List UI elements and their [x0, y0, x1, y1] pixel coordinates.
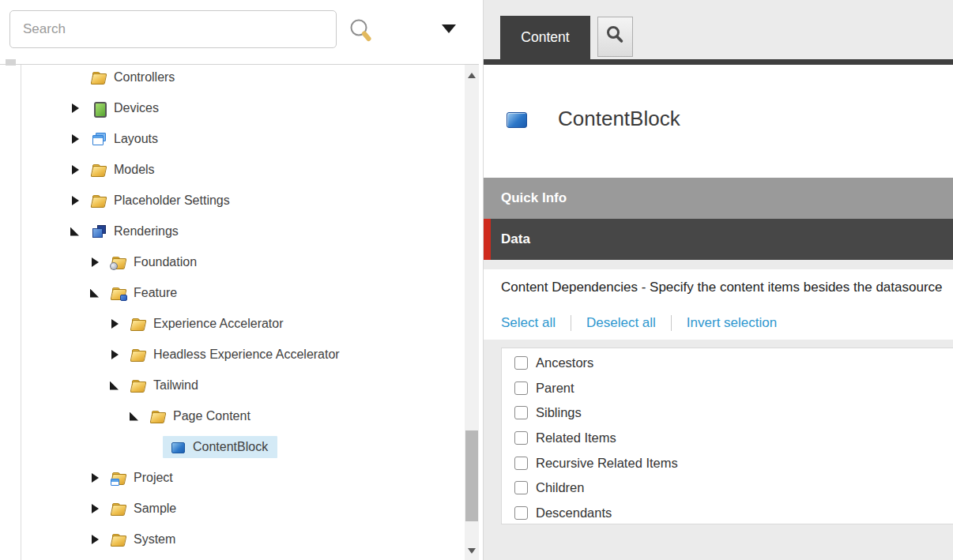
- tree-item-feature[interactable]: Feature: [0, 277, 465, 308]
- tree-item-label: Feature: [134, 286, 177, 300]
- tree-item-target[interactable]: Sample: [104, 498, 186, 520]
- folder-icon: [151, 410, 165, 423]
- checklist-option-related-items[interactable]: Related Items: [514, 426, 953, 451]
- tree-item-target[interactable]: System: [104, 528, 185, 551]
- contentblock-icon: [171, 441, 185, 453]
- item-title-block: ContentBlock: [484, 65, 953, 178]
- checklist-option-descendants[interactable]: Descendants: [514, 501, 953, 524]
- scrollbar-thumb[interactable]: [465, 430, 478, 521]
- checkbox-label: Recursive Related Items: [536, 456, 678, 471]
- folder-icon: [92, 71, 106, 84]
- folder-feature-icon: [111, 287, 126, 299]
- tree-item-project[interactable]: Project: [0, 462, 465, 493]
- tree-item-controllers[interactable]: Controllers: [0, 62, 465, 92]
- folder-window-icon: [111, 472, 126, 484]
- tree-item-target[interactable]: Tailwind: [123, 374, 208, 397]
- tree-item-target[interactable]: Controllers: [84, 66, 184, 88]
- scroll-down-icon[interactable]: [468, 548, 476, 554]
- checkbox-siblings[interactable]: [514, 406, 528, 419]
- collapse-arrow-icon[interactable]: [89, 287, 102, 299]
- tree-item-devices[interactable]: Devices: [0, 92, 465, 123]
- tree-item-target[interactable]: Headless Experience Accelerator: [123, 344, 349, 366]
- tree-item-target[interactable]: Placeholder Settings: [84, 190, 239, 212]
- checklist-option-children[interactable]: Children: [514, 475, 953, 501]
- link-invert-selection[interactable]: Invert selection: [687, 315, 777, 331]
- section-quick-info[interactable]: Quick Info: [484, 178, 953, 219]
- collapse-arrow-icon[interactable]: [70, 225, 82, 238]
- collapse-arrow-icon[interactable]: [109, 379, 122, 392]
- tree-item-label: Placeholder Settings: [114, 194, 230, 208]
- tree-search-header: [0, 0, 479, 65]
- tree-item-target[interactable]: Feature: [104, 282, 186, 304]
- tree-item-placeholder-settings[interactable]: Placeholder Settings: [0, 185, 465, 216]
- expand-arrow-icon[interactable]: [89, 256, 102, 269]
- tree-scrollbar[interactable]: [465, 65, 479, 560]
- tree-item-target[interactable]: Project: [104, 467, 183, 489]
- search-dropdown-caret-icon[interactable]: [442, 24, 456, 33]
- selected-tree-item[interactable]: ContentBlock: [163, 436, 277, 458]
- checkbox-label: Ancestors: [536, 355, 593, 370]
- expand-arrow-icon[interactable]: [70, 194, 82, 207]
- checkbox-label: Descendants: [536, 506, 612, 521]
- folder-icon: [131, 348, 145, 361]
- checkbox-ancestors[interactable]: [514, 356, 528, 370]
- tree-item-target[interactable]: Experience Accelerator: [123, 313, 293, 335]
- tree-item-target[interactable]: Layouts: [84, 128, 168, 150]
- tree-item-headless-experience-accelerator[interactable]: Headless Experience Accelerator: [0, 339, 465, 370]
- tree-item-target[interactable]: Foundation: [104, 251, 206, 273]
- collapse-arrow-icon[interactable]: [129, 410, 141, 423]
- tab-content[interactable]: Content: [500, 16, 590, 59]
- tree-item-foundation[interactable]: Foundation: [0, 246, 465, 277]
- tree-item-label: System: [134, 532, 175, 547]
- checkbox-parent[interactable]: [514, 381, 528, 395]
- checkbox-label: Children: [536, 480, 584, 495]
- link-deselect-all[interactable]: Deselect all: [586, 315, 656, 331]
- expand-arrow-icon[interactable]: [89, 533, 102, 546]
- expand-arrow-icon[interactable]: [109, 348, 122, 361]
- checklist-option-siblings[interactable]: Siblings: [514, 400, 953, 426]
- expand-arrow-icon[interactable]: [70, 163, 82, 176]
- tree-item-label: Sample: [134, 502, 176, 516]
- search-input[interactable]: [9, 10, 337, 48]
- tree-item-layouts[interactable]: Layouts: [0, 123, 465, 154]
- tree-item-label: Layouts: [114, 132, 158, 146]
- expand-arrow-icon[interactable]: [70, 133, 82, 145]
- scroll-up-icon[interactable]: [468, 73, 476, 78]
- expand-arrow-icon[interactable]: [109, 318, 122, 330]
- feature-badge-icon: [120, 295, 127, 301]
- tree-item-target[interactable]: Renderings: [84, 220, 188, 242]
- checkbox-children[interactable]: [514, 481, 528, 494]
- expand-arrow-icon[interactable]: [89, 502, 102, 515]
- tree-item-target[interactable]: Models: [84, 159, 164, 181]
- checkbox-label: Parent: [536, 381, 574, 396]
- tree-item-experience-accelerator[interactable]: Experience Accelerator: [0, 308, 465, 339]
- tree-item-tailwind[interactable]: Tailwind: [0, 370, 465, 400]
- search-tab-button[interactable]: [597, 17, 633, 57]
- tree-item-system[interactable]: System: [0, 524, 465, 554]
- magnifier-icon: [605, 24, 626, 49]
- tree-item-label: ContentBlock: [193, 440, 268, 454]
- dependencies-checklist: AncestorsParentSiblingsRelated ItemsRecu…: [501, 348, 953, 524]
- expand-arrow-icon[interactable]: [70, 102, 82, 115]
- tree-item-renderings[interactable]: Renderings: [0, 216, 465, 246]
- tree-item-label: Renderings: [114, 224, 179, 239]
- expand-arrow-icon[interactable]: [89, 472, 102, 484]
- tree-item-target[interactable]: Page Content: [143, 405, 260, 427]
- search-icon[interactable]: [348, 17, 376, 49]
- tree-item-target[interactable]: Devices: [84, 97, 168, 119]
- tree-item-models[interactable]: Models: [0, 154, 465, 185]
- tree-item-page-content[interactable]: Page Content: [0, 400, 465, 431]
- link-select-all[interactable]: Select all: [501, 315, 556, 331]
- checklist-option-ancestors[interactable]: Ancestors: [514, 351, 953, 376]
- tree-item-contentblock[interactable]: ContentBlock: [0, 431, 465, 462]
- tree-item-label: Headless Experience Accelerator: [153, 348, 340, 362]
- field-description: Content Dependencies - Specify the conte…: [501, 280, 943, 295]
- checkbox-related-items[interactable]: [514, 431, 528, 445]
- tree-item-sample[interactable]: Sample: [0, 493, 465, 524]
- checkbox-label: Siblings: [536, 405, 582, 420]
- checklist-option-recursive-related-items[interactable]: Recursive Related Items: [514, 450, 953, 475]
- checklist-option-parent[interactable]: Parent: [514, 376, 953, 401]
- checkbox-recursive-related-items[interactable]: [514, 457, 528, 470]
- section-data[interactable]: Data: [484, 219, 953, 260]
- checkbox-descendants[interactable]: [514, 506, 528, 520]
